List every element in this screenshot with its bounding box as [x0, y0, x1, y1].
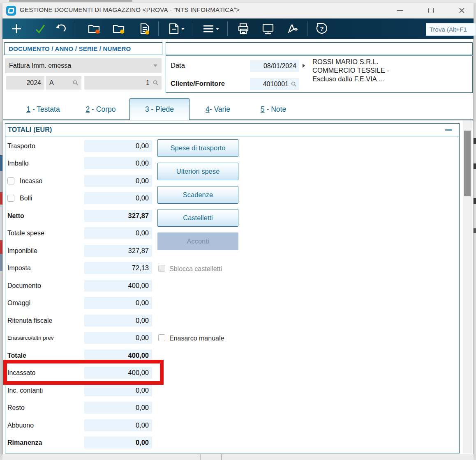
row-label: Bolli [20, 192, 32, 204]
find-input[interactable]: Trova (Alt+F1 [426, 23, 476, 36]
application-screenshot: GESTIONE DOCUMENTI DI MAGAZZINO <PROVA -… [0, 0, 476, 460]
number-field[interactable]: 1 [84, 76, 162, 90]
document-yellow-icon [139, 23, 150, 35]
background-right-mark [474, 138, 476, 144]
enasarco-manuale-checkbox[interactable] [158, 334, 165, 341]
background-right-mark [474, 228, 476, 233]
row-value-field[interactable]: 0,00 [84, 384, 152, 396]
background-right-strip [473, 122, 476, 454]
row-label: Omaggi [7, 297, 30, 309]
client-supplier-field[interactable]: 4010001 [250, 78, 299, 90]
row-value-field[interactable]: 0,00 [84, 157, 152, 169]
incasso-checkbox[interactable] [7, 177, 14, 184]
new-document-menu-button[interactable] [166, 22, 187, 36]
totals-row-totale: Totale 400,00 [5, 350, 235, 361]
enasarco-manuale-label: Enasarco manuale [169, 335, 224, 342]
open-document-red-button[interactable] [86, 22, 102, 36]
tab-testata[interactable]: 1 - Testata [12, 100, 74, 118]
row-value-field[interactable]: 0,00 [84, 402, 152, 414]
row-value-field[interactable]: 400,00 [84, 280, 152, 292]
print-preview-button[interactable] [260, 22, 276, 36]
row-value-field[interactable]: 0,00 [84, 297, 152, 309]
add-icon [10, 23, 23, 35]
minimize-icon [397, 10, 403, 11]
scadenze-button[interactable]: Scadenze [157, 186, 238, 204]
totals-row-documento: Documento 400,00 [5, 280, 235, 292]
series-value: A [49, 79, 54, 87]
confirm-check-icon [34, 23, 46, 35]
series-field[interactable]: A [46, 76, 81, 90]
totals-row-inc-contanti: Inc. contanti 0,00 [5, 384, 235, 396]
row-label: Resto [7, 402, 25, 414]
row-label: Incasso [20, 175, 42, 187]
print-icon [237, 23, 250, 35]
bolli-checkbox[interactable] [7, 195, 14, 202]
row-label: Imponibile [7, 245, 37, 257]
date-label: Data [171, 62, 185, 69]
totals-title: TOTALI (EUR) [8, 126, 52, 133]
window-title: GESTIONE DOCUMENTI DI MAGAZZINO <PROVA -… [20, 6, 240, 13]
open-document-yellow-icon [112, 23, 125, 34]
minimize-button[interactable] [394, 6, 406, 15]
tab-varie[interactable]: 4- Varie [192, 100, 243, 118]
row-label: Netto [7, 210, 24, 222]
row-value-field[interactable]: 0,00 [84, 332, 152, 344]
sblocca-castelletti-label: Sblocca castelletti [169, 265, 222, 273]
row-value-field[interactable]: 0,00 [84, 140, 152, 152]
new-document-menu-icon [168, 23, 186, 35]
row-label: Totale [7, 350, 26, 361]
scrollbar-thumb[interactable] [464, 131, 471, 196]
date-field[interactable]: 08/01/2024 [250, 60, 299, 72]
document-type-select[interactable]: Fattura Imm. emessa [5, 58, 162, 73]
pdf-export-button[interactable] [284, 22, 301, 36]
svg-text:?: ? [320, 25, 323, 32]
spese-di-trasporto-button[interactable]: Spese di trasporto [157, 139, 238, 157]
close-icon [459, 7, 465, 14]
row-value-field[interactable]: 0,00 [84, 192, 152, 204]
acconti-button-disabled: Acconti [157, 232, 238, 250]
date-expand-arrow-icon[interactable] [303, 64, 305, 68]
row-value-field[interactable]: 0,00 [84, 437, 152, 448]
undo-button[interactable] [53, 22, 69, 36]
row-value-field[interactable]: 0,00 [84, 315, 152, 327]
maximize-button[interactable] [425, 6, 437, 15]
collapse-group-icon[interactable] [445, 129, 452, 131]
year-field[interactable]: 2024 [6, 76, 44, 90]
totals-row-omaggi: Omaggi 0,00 [5, 297, 235, 309]
close-button[interactable] [455, 6, 468, 15]
list-menu-button[interactable] [200, 22, 222, 36]
client-supplier-label: Cliente/Fornitore [171, 80, 225, 87]
print-preview-icon [261, 23, 275, 35]
row-value-field[interactable]: 0,00 [84, 227, 152, 239]
add-button[interactable] [8, 22, 25, 36]
open-document-red-icon [88, 23, 101, 34]
row-label: Totale spese [7, 227, 44, 239]
document-panel-header: DOCUMENTO / ANNO / SERIE / NUMERO [4, 42, 162, 55]
row-value-field[interactable]: 72,13 [84, 262, 152, 274]
ulteriori-spese-button[interactable]: Ulteriori spese [157, 163, 238, 180]
row-value-field[interactable]: 0,00 [84, 175, 152, 187]
row-value-field[interactable]: 327,87 [84, 245, 152, 257]
row-value-field[interactable]: 400,00 [84, 350, 152, 361]
tab-piede-active[interactable]: 3 - Piede [129, 98, 189, 120]
row-value-field[interactable]: 400,00 [84, 367, 152, 379]
print-button[interactable] [235, 22, 252, 36]
row-label: Abbuono [7, 419, 34, 431]
totals-row-rimanenza: Rimanenza 0,00 [5, 437, 235, 448]
tab-corpo[interactable]: 2 - Corpo [74, 100, 127, 118]
castelletti-button[interactable]: Castelletti [157, 209, 238, 227]
chevron-down-icon [153, 64, 157, 67]
row-label: Documento [7, 280, 41, 292]
header-right-top-box [166, 42, 473, 55]
vertical-scrollbar[interactable] [463, 120, 472, 453]
confirm-button[interactable] [32, 22, 49, 36]
document-yellow-button[interactable] [136, 22, 153, 36]
number-value: 1 [146, 79, 150, 87]
open-document-yellow-button[interactable] [111, 22, 127, 36]
help-icon: ? [315, 22, 328, 35]
help-button[interactable]: ? [314, 22, 330, 36]
row-value-field[interactable]: 327,87 [84, 210, 152, 222]
row-value-field[interactable]: 0,00 [84, 419, 152, 431]
client-info-line: ROSSI MARIO S.R.L. [312, 58, 389, 66]
tab-note[interactable]: 5 - Note [247, 100, 300, 118]
